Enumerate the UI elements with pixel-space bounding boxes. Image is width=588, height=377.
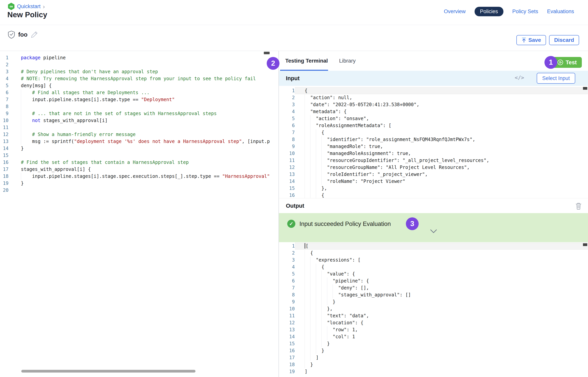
edit-name-icon[interactable] [31, 30, 38, 39]
line-number: 11 [279, 157, 295, 164]
trash-icon[interactable] [575, 202, 582, 210]
code-line: 10 "managedRoleAssignment": true, [279, 150, 588, 157]
annotation-badge-3: 3 [406, 217, 419, 230]
code-line: 14 "roleName": "Project Viewer" [279, 178, 588, 185]
input-section-header: Input </> Select Input [279, 71, 588, 86]
nav-tab-policies[interactable]: Policies [475, 7, 503, 16]
line-number: 15 [279, 185, 295, 192]
policy-code-editor[interactable]: 1package pipeline23# Deny pipelines that… [0, 51, 279, 194]
code-line: 3 "expressions": [ [279, 257, 588, 263]
code-line: 17stages_with_approval[i] { [0, 166, 279, 173]
line-number: 16 [279, 347, 295, 354]
code-line: 19] [279, 368, 588, 375]
scrollbar-thumb[interactable] [264, 52, 270, 54]
code-line: 15 }, [279, 185, 588, 192]
code-line: 11 "text": "data", [279, 312, 588, 319]
chevron-down-icon[interactable] [430, 229, 438, 234]
line-number: 12 [0, 131, 9, 138]
code-line: 12 "location": { [279, 319, 588, 326]
top-nav: Overview Policies Policy Sets Evaluation… [444, 7, 574, 16]
line-number: 14 [0, 145, 9, 152]
code-line: 15 } [279, 340, 588, 347]
policy-name-group: foo [8, 30, 38, 39]
code-line: 5 "value": { [279, 271, 588, 277]
play-icon [557, 59, 564, 65]
evaluation-success-banner: ✓ Input succeeded Policy Evaluation [279, 213, 588, 242]
scrollbar-thumb[interactable] [583, 87, 587, 90]
output-json-editor[interactable]: 1[2 {3 "expressions": [4 {5 "value": {6 … [279, 242, 588, 375]
line-number: 6 [279, 122, 295, 129]
policy-toolbar: foo Save Discard [0, 25, 588, 51]
code-line: 8 "identifier": "role_assignment_NsFQM43… [279, 136, 588, 143]
code-line: 2 { [279, 249, 588, 257]
line-number: 15 [0, 152, 9, 159]
breadcrumb-chevron-icon: › [43, 4, 45, 9]
text-cursor [305, 243, 305, 248]
code-line: 7 input.pipeline.stages[i].stage.type ==… [0, 96, 279, 103]
code-line: 1{ [279, 87, 588, 94]
breadcrumb-project-link[interactable]: Quickstart [17, 3, 41, 10]
select-input-button[interactable]: Select Input [537, 73, 575, 84]
line-number: 9 [279, 298, 295, 305]
success-check-icon: ✓ [287, 220, 295, 228]
line-number: 9 [0, 110, 9, 117]
line-number: 20 [0, 187, 9, 194]
line-number: 3 [279, 257, 295, 263]
line-number: 8 [279, 136, 295, 143]
code-view-icon[interactable]: </> [515, 75, 524, 81]
test-button-label: Test [566, 59, 577, 66]
line-number: 18 [279, 361, 295, 368]
line-number: 2 [279, 249, 295, 257]
nav-tab-evaluations[interactable]: Evaluations [547, 9, 574, 14]
save-button[interactable]: Save [516, 35, 546, 45]
line-number: 18 [0, 173, 9, 180]
code-line: 9 } [279, 298, 588, 305]
code-line: 8 "stages_with_approval": [] [279, 291, 588, 298]
nav-tab-overview[interactable]: Overview [444, 9, 466, 14]
scrollbar-thumb[interactable] [583, 243, 587, 246]
policy-shield-icon [8, 31, 15, 39]
line-number: 7 [279, 129, 295, 136]
tab-testing-terminal[interactable]: Testing Terminal [285, 58, 328, 64]
line-number: 12 [279, 164, 295, 171]
line-number: 13 [0, 138, 9, 145]
discard-button[interactable]: Discard [549, 35, 579, 45]
horizontal-scrollbar[interactable] [21, 370, 195, 373]
line-number: 15 [279, 340, 295, 347]
input-title: Input [286, 75, 300, 82]
line-number: 2 [279, 94, 295, 101]
code-line: 4 "metadata": { [279, 108, 588, 115]
code-line: 16# Find the set of stages that contain … [0, 159, 279, 166]
input-json-editor[interactable]: 1{2 "action": null,3 "date": "2022-05-05… [279, 86, 588, 198]
upload-icon [521, 37, 526, 43]
code-line: 14} [0, 145, 279, 152]
save-button-label: Save [528, 37, 541, 43]
line-number: 8 [279, 291, 295, 298]
page-header: ∞ Quickstart › New Policy Overview Polic… [0, 0, 588, 25]
policy-name: foo [18, 31, 27, 38]
line-number: 16 [0, 159, 9, 166]
tab-library[interactable]: Library [339, 58, 356, 64]
line-number: 4 [279, 108, 295, 115]
line-number: 3 [0, 68, 9, 75]
code-line: 13 msg := sprintf("deployment stage '%s'… [0, 138, 279, 145]
code-line: 6 "roleAssignmentMetadata": [ [279, 122, 588, 129]
line-number: 17 [279, 354, 295, 361]
nav-tab-policy-sets[interactable]: Policy Sets [512, 9, 538, 14]
project-logo-icon: ∞ [8, 3, 15, 10]
line-number: 1 [279, 87, 295, 94]
line-number: 7 [279, 284, 295, 291]
code-line: 4# NOTE: Try removing the HarnessApprova… [0, 75, 279, 82]
breadcrumb: ∞ Quickstart › [8, 3, 45, 10]
line-number: 9 [279, 143, 295, 150]
line-number: 7 [0, 96, 9, 103]
line-number: 8 [0, 103, 9, 110]
line-number: 13 [279, 326, 295, 333]
line-number: 12 [279, 319, 295, 326]
line-number: 11 [279, 312, 295, 319]
code-line: 16 { [279, 192, 588, 198]
toolbar-actions: Save Discard [516, 35, 579, 45]
code-line: 20 [0, 187, 279, 194]
code-line: 8 [0, 103, 279, 110]
code-line: 18 input.pipeline.stages[i].stage.spec.e… [0, 173, 279, 180]
